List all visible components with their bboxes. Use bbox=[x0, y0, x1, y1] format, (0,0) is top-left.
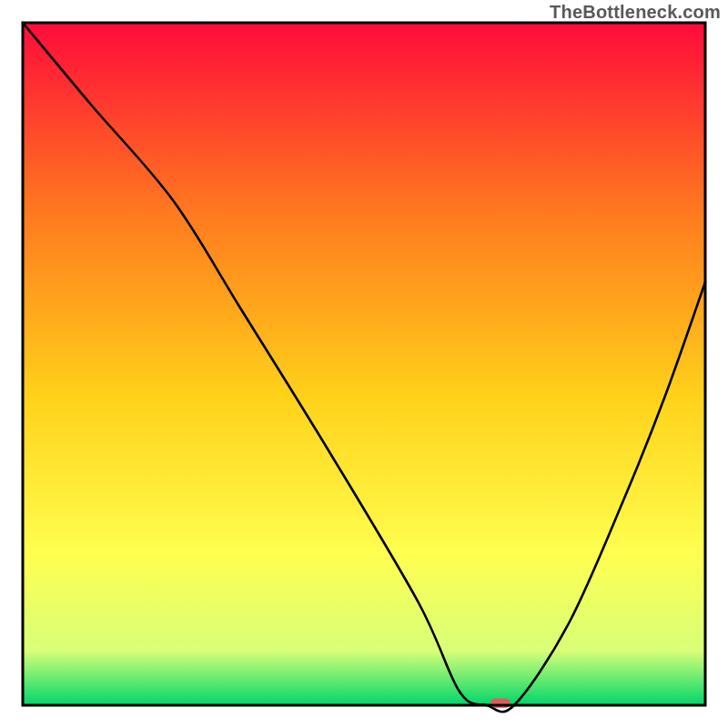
plot-area bbox=[23, 23, 705, 712]
watermark-text: TheBottleneck.com bbox=[550, 2, 721, 23]
chart-container: TheBottleneck.com bbox=[0, 0, 728, 728]
gradient-background bbox=[23, 23, 705, 705]
chart-svg bbox=[0, 0, 728, 728]
